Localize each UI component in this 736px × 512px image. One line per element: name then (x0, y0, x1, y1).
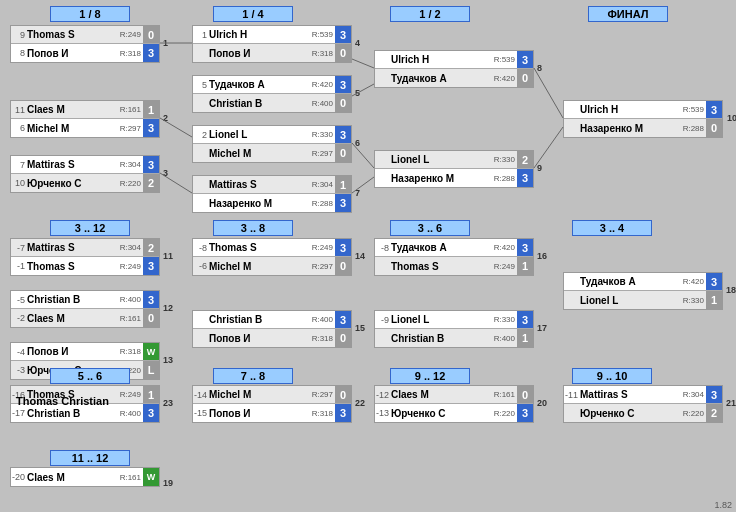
final-header: ФИНАЛ (588, 6, 668, 22)
match-7-player-1: Mattiras S R:304 1 (193, 176, 351, 194)
match-16-player-1: -8 Тудачков А R:420 3 (375, 239, 533, 257)
match-5: 5 Тудачков А R:420 3 Christian B R:400 0 (192, 75, 352, 113)
match-8-player-2: Тудачков А R:420 0 (375, 69, 533, 87)
match-9-player-2: Назаренко М R:288 3 (375, 169, 533, 187)
p11-12-header: 11 .. 12 (50, 450, 130, 466)
match-16: -8 Тудачков А R:420 3 Thomas S R:249 1 (374, 238, 534, 276)
p7-8-header: 7 .. 8 (213, 368, 293, 384)
losers-2-header: 3 .. 8 (213, 220, 293, 236)
match-6-player-1: 2 Lionel L R:330 3 (193, 126, 351, 144)
svg-line-7 (534, 68, 563, 118)
match-18: Тудачков А R:420 3 Lionel L R:330 1 (563, 272, 723, 310)
match-21-player-1: -11 Mattiras S R:304 3 (564, 386, 722, 404)
match-22-player-2: -15 Попов И R:318 3 (193, 404, 351, 422)
match-9-player-1: Lionel L R:330 2 (375, 151, 533, 169)
match-7-player-2: Назаренко М R:288 3 (193, 194, 351, 212)
match-19: -20 Claes M R:161 W (10, 467, 160, 487)
match-19-player-1: -20 Claes M R:161 W (11, 468, 159, 486)
match-4-player-2: Попов И R:318 0 (193, 44, 351, 62)
match-17-player-2: Christian B R:400 1 (375, 329, 533, 347)
final-player-1: Ulrich H R:539 3 (564, 101, 722, 119)
match-22: -14 Michel M R:297 0 -15 Попов И R:318 3 (192, 385, 352, 423)
match-20-player-2: -13 Юрченко С R:220 3 (375, 404, 533, 422)
match-8: Ulrich H R:539 3 Тудачков А R:420 0 (374, 50, 534, 88)
match-15-player-1: Christian B R:400 3 (193, 311, 351, 329)
match-5-player-1: 5 Тудачков А R:420 3 (193, 76, 351, 94)
losers-4-header: 3 .. 4 (572, 220, 652, 236)
p5-6-header: 5 .. 6 (50, 368, 130, 384)
match-11-player-2: -1 Thomas S R:249 3 (11, 257, 159, 275)
match-3-player-1: 7 Mattiras S R:304 3 (11, 156, 159, 174)
match-3-player-2: 10 Юрченко С R:220 2 (11, 174, 159, 192)
match-14-player-2: -6 Michel M R:297 0 (193, 257, 351, 275)
match-4-player-1: 1 Ulrich H R:539 3 (193, 26, 351, 44)
svg-line-8 (534, 127, 563, 168)
match-9: Lionel L R:330 2 Назаренко М R:288 3 (374, 150, 534, 188)
final-player-2: Назаренко М R:288 0 (564, 119, 722, 137)
match-1-player-1: 9 Thomas S R:249 0 (11, 26, 159, 44)
match-13-player-1: -4 Попов И R:318 W (11, 343, 159, 361)
match-20-player-1: -12 Claes M R:161 0 (375, 386, 533, 404)
match-15: Christian B R:400 3 Попов И R:318 0 (192, 310, 352, 348)
p9-10-header: 9 .. 10 (572, 368, 652, 384)
match-1: 9 Thomas S R:249 0 8 Попов И R:318 3 (10, 25, 160, 63)
match-18-player-1: Тудачков А R:420 3 (564, 273, 722, 291)
match-7: Mattiras S R:304 1 Назаренко М R:288 3 (192, 175, 352, 213)
version-label: 1.82 (714, 500, 732, 510)
p9-12-header: 9 .. 12 (390, 368, 470, 384)
thomas-christian-label: Thomas Christian (16, 395, 109, 407)
match-16-player-2: Thomas S R:249 1 (375, 257, 533, 275)
match-12: -5 Christian B R:400 3 -2 Claes M R:161 … (10, 290, 160, 328)
match-4: 1 Ulrich H R:539 3 Попов И R:318 0 (192, 25, 352, 63)
match-6-player-2: Michel M R:297 0 (193, 144, 351, 162)
match-2: 11 Claes M R:161 1 6 Michel M R:297 3 (10, 100, 160, 138)
match-5-player-2: Christian B R:400 0 (193, 94, 351, 112)
match-1-player-2: 8 Попов И R:318 3 (11, 44, 159, 62)
match-11: -7 Mattiras S R:304 2 -1 Thomas S R:249 … (10, 238, 160, 276)
match-11-player-1: -7 Mattiras S R:304 2 (11, 239, 159, 257)
match-14: -8 Thomas S R:249 3 -6 Michel M R:297 0 (192, 238, 352, 276)
match-20: -12 Claes M R:161 0 -13 Юрченко С R:220 … (374, 385, 534, 423)
round-3-header: 1 / 2 (390, 6, 470, 22)
match-3: 7 Mattiras S R:304 3 10 Юрченко С R:220 … (10, 155, 160, 193)
bracket: 1 / 8 1 / 4 1 / 2 ФИНАЛ 9 Thomas S R:249… (0, 0, 736, 512)
match-2-player-2: 6 Michel M R:297 3 (11, 119, 159, 137)
match-18-player-2: Lionel L R:330 1 (564, 291, 722, 309)
losers-1-header: 3 .. 12 (50, 220, 130, 236)
match-15-player-2: Попов И R:318 0 (193, 329, 351, 347)
round-1-header: 1 / 8 (50, 6, 130, 22)
match-12-player-2: -2 Claes M R:161 0 (11, 309, 159, 327)
match-14-player-1: -8 Thomas S R:249 3 (193, 239, 351, 257)
match-final: Ulrich H R:539 3 Назаренко М R:288 0 (563, 100, 723, 138)
losers-3-header: 3 .. 6 (390, 220, 470, 236)
match-17: -9 Lionel L R:330 3 Christian B R:400 1 (374, 310, 534, 348)
match-6: 2 Lionel L R:330 3 Michel M R:297 0 (192, 125, 352, 163)
match-2-player-1: 11 Claes M R:161 1 (11, 101, 159, 119)
match-22-player-1: -14 Michel M R:297 0 (193, 386, 351, 404)
match-21-player-2: Юрченко С R:220 2 (564, 404, 722, 422)
match-12-player-1: -5 Christian B R:400 3 (11, 291, 159, 309)
match-17-player-1: -9 Lionel L R:330 3 (375, 311, 533, 329)
match-8-player-1: Ulrich H R:539 3 (375, 51, 533, 69)
round-2-header: 1 / 4 (213, 6, 293, 22)
svg-line-3 (352, 59, 374, 68)
match-21: -11 Mattiras S R:304 3 Юрченко С R:220 2 (563, 385, 723, 423)
